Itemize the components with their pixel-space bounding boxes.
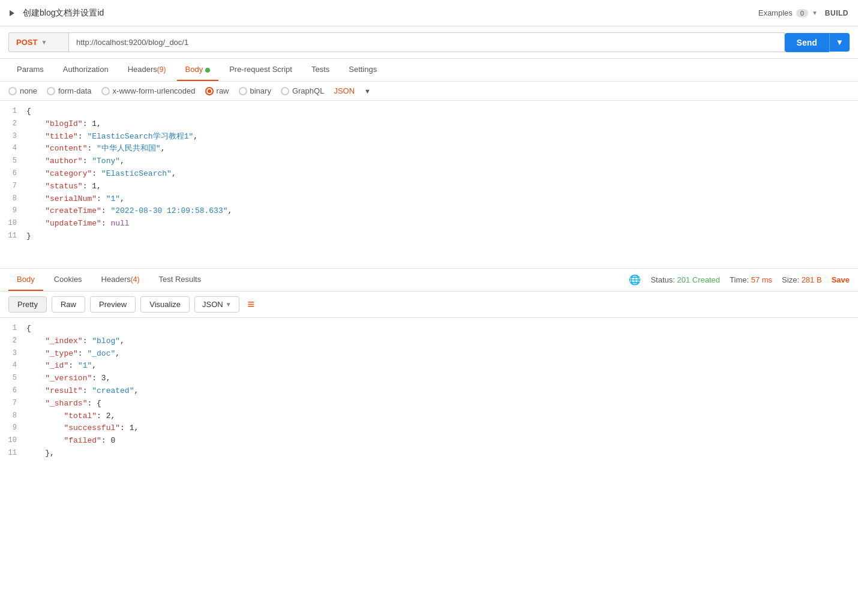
option-raw-label: raw bbox=[217, 86, 229, 95]
radio-none bbox=[8, 87, 17, 95]
option-urlencoded[interactable]: x-www-form-urlencoded bbox=[101, 86, 196, 95]
req-line-3: 3 "title": "ElasticSearch学习教程1", bbox=[0, 131, 858, 143]
send-dropdown-button[interactable]: ▼ bbox=[829, 33, 850, 52]
method-selector[interactable]: POST ▼ bbox=[8, 32, 68, 52]
resp-line-7: 7 "_shards": { bbox=[0, 398, 858, 410]
option-form-data-label: form-data bbox=[58, 86, 92, 95]
resp-line-9: 9 "successful": 1, bbox=[0, 422, 858, 435]
option-none[interactable]: none bbox=[8, 86, 37, 95]
req-line-6: 6 "category": "ElasticSearch", bbox=[0, 168, 858, 181]
resp-tab-test-results[interactable]: Test Results bbox=[150, 269, 209, 291]
format-raw-button[interactable]: Raw bbox=[52, 296, 85, 312]
option-binary-label: binary bbox=[250, 86, 271, 95]
resp-line-3: 3 "_type": "_doc", bbox=[0, 348, 858, 360]
method-label: POST bbox=[16, 38, 37, 47]
resp-line-8: 8 "total": 2, bbox=[0, 410, 858, 423]
radio-raw bbox=[205, 87, 214, 95]
resp-line-6: 6 "result": "created", bbox=[0, 385, 858, 398]
send-main-button[interactable]: Send bbox=[785, 33, 829, 52]
size-label: Size: 281 B bbox=[782, 275, 822, 284]
format-type-label: JSON bbox=[202, 300, 223, 309]
json-format-label[interactable]: JSON bbox=[334, 86, 355, 95]
chevron-down-icon: ▼ bbox=[812, 10, 818, 16]
examples-label: Examples bbox=[758, 8, 793, 17]
req-line-7: 7 "status": 1, bbox=[0, 181, 858, 193]
examples-button[interactable]: Examples 0 ▼ bbox=[758, 8, 818, 17]
req-line-10: 10 "updateTime": null bbox=[0, 218, 858, 230]
method-chevron-icon: ▼ bbox=[41, 39, 47, 46]
status-value: 201 Created bbox=[677, 275, 720, 284]
body-active-dot bbox=[205, 68, 210, 73]
expand-icon bbox=[10, 10, 14, 16]
resp-line-10: 10 "failed": 0 bbox=[0, 435, 858, 447]
req-line-2: 2 "blogId": 1, bbox=[0, 118, 858, 131]
resp-tab-body[interactable]: Body bbox=[8, 269, 43, 291]
json-dropdown-icon[interactable]: ▼ bbox=[364, 88, 371, 95]
option-graphql-label: GraphQL bbox=[292, 86, 324, 95]
radio-form-data bbox=[47, 87, 55, 95]
request-tabs: Params Authorization Headers(9) Body Pre… bbox=[0, 59, 858, 82]
option-urlencoded-label: x-www-form-urlencoded bbox=[113, 86, 196, 95]
wrap-lines-button[interactable]: ≡ bbox=[244, 296, 259, 312]
option-binary[interactable]: binary bbox=[239, 86, 271, 95]
req-line-11: 11 } bbox=[0, 230, 858, 243]
send-dropdown-icon: ▼ bbox=[836, 38, 844, 47]
save-button[interactable]: Save bbox=[832, 275, 850, 284]
tab-tests[interactable]: Tests bbox=[303, 59, 338, 81]
response-format-dropdown[interactable]: JSON ▼ bbox=[194, 296, 239, 312]
globe-icon[interactable]: 🌐 bbox=[629, 274, 641, 286]
response-format-bar: Pretty Raw Preview Visualize JSON ▼ ≡ bbox=[0, 292, 858, 318]
request-body-editor[interactable]: 1 { 2 "blogId": 1, 3 "title": "ElasticSe… bbox=[0, 101, 858, 269]
format-visualize-button[interactable]: Visualize bbox=[140, 296, 190, 312]
send-button-group: Send ▼ bbox=[785, 33, 850, 52]
resp-line-4: 4 "_id": "1", bbox=[0, 360, 858, 372]
radio-binary bbox=[239, 87, 247, 95]
url-bar: POST ▼ Send ▼ bbox=[0, 26, 858, 59]
req-line-9: 9 "createTime": "2022-08-30 12:09:58.633… bbox=[0, 205, 858, 218]
status-label: Status: 201 Created bbox=[650, 275, 720, 284]
option-form-data[interactable]: form-data bbox=[47, 86, 92, 95]
format-pretty-button[interactable]: Pretty bbox=[8, 296, 47, 312]
response-meta: 🌐 Status: 201 Created Time: 57 ms Size: … bbox=[629, 274, 850, 286]
response-body-editor: 1 { 2 "_index": "blog", 3 "_type": "_doc… bbox=[0, 318, 858, 465]
tab-params[interactable]: Params bbox=[8, 59, 52, 81]
tab-authorization[interactable]: Authorization bbox=[55, 59, 117, 81]
tab-settings[interactable]: Settings bbox=[340, 59, 385, 81]
resp-line-5: 5 "_version": 3, bbox=[0, 372, 858, 385]
resp-headers-badge: (4) bbox=[131, 275, 140, 284]
build-button[interactable]: BUILD bbox=[825, 9, 848, 17]
time-label: Time: 57 ms bbox=[730, 275, 772, 284]
tab-prerequest[interactable]: Pre-request Script bbox=[221, 59, 301, 81]
size-value: 281 B bbox=[802, 275, 822, 284]
request-title: 创建blog文档并设置id bbox=[23, 8, 104, 19]
resp-line-11: 11 }, bbox=[0, 447, 858, 460]
radio-urlencoded bbox=[101, 87, 110, 95]
req-line-8: 8 "serialNum": "1", bbox=[0, 193, 858, 206]
tab-headers[interactable]: Headers(9) bbox=[119, 59, 175, 81]
headers-badge: (9) bbox=[157, 65, 166, 74]
format-dropdown-icon: ▼ bbox=[226, 301, 232, 308]
option-none-label: none bbox=[20, 86, 37, 95]
resp-line-1: 1 { bbox=[0, 323, 858, 335]
body-options: none form-data x-www-form-urlencoded raw… bbox=[0, 82, 858, 101]
examples-count: 0 bbox=[796, 9, 808, 17]
format-preview-button[interactable]: Preview bbox=[90, 296, 136, 312]
req-line-1: 1 { bbox=[0, 106, 858, 118]
top-bar: 创建blog文档并设置id Examples 0 ▼ BUILD bbox=[0, 0, 858, 26]
url-input[interactable] bbox=[68, 32, 785, 52]
req-line-4: 4 "content": "中华人民共和国", bbox=[0, 143, 858, 155]
response-section: Body Cookies Headers(4) Test Results 🌐 S… bbox=[0, 269, 858, 465]
tab-body[interactable]: Body bbox=[177, 59, 219, 81]
option-graphql[interactable]: GraphQL bbox=[281, 86, 324, 95]
radio-graphql bbox=[281, 87, 289, 95]
top-bar-left: 创建blog文档并设置id bbox=[10, 8, 104, 19]
response-tabs-bar: Body Cookies Headers(4) Test Results 🌐 S… bbox=[0, 269, 858, 292]
resp-tab-cookies[interactable]: Cookies bbox=[46, 269, 91, 291]
top-bar-right: Examples 0 ▼ BUILD bbox=[758, 8, 848, 17]
response-tabs: Body Cookies Headers(4) Test Results bbox=[8, 269, 209, 291]
option-raw[interactable]: raw bbox=[205, 86, 229, 95]
resp-tab-headers[interactable]: Headers(4) bbox=[93, 269, 148, 291]
time-value: 57 ms bbox=[751, 275, 772, 284]
req-line-5: 5 "author": "Tony", bbox=[0, 155, 858, 168]
resp-line-2: 2 "_index": "blog", bbox=[0, 335, 858, 348]
